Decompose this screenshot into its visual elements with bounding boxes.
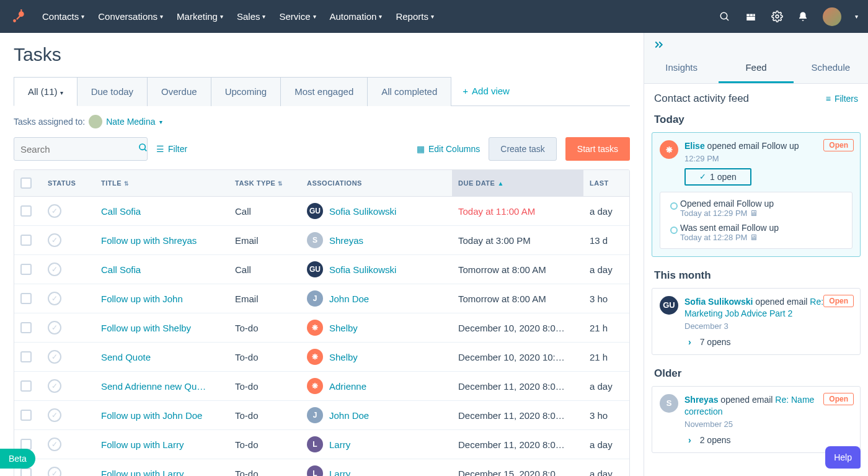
col-status[interactable]: STATUS bbox=[42, 170, 95, 197]
association[interactable]: JJohn Doe bbox=[307, 290, 446, 307]
add-view-button[interactable]: +Add view bbox=[451, 76, 521, 106]
task-type: To-do bbox=[229, 313, 301, 343]
task-title-link[interactable]: Follow up with John Doe bbox=[101, 410, 202, 421]
task-title-link[interactable]: Follow up with John bbox=[101, 294, 183, 304]
svg-line-5 bbox=[726, 18, 728, 20]
association[interactable]: JJohn Doe bbox=[307, 407, 446, 423]
status-toggle[interactable]: ✓ bbox=[48, 292, 61, 305]
panel-tab-insights[interactable]: Insights bbox=[644, 53, 719, 83]
status-toggle[interactable]: ✓ bbox=[48, 467, 61, 476]
contact-avatar: ❋ bbox=[307, 378, 323, 394]
row-checkbox[interactable] bbox=[20, 380, 32, 392]
user-avatar[interactable] bbox=[823, 7, 841, 26]
tab-upcoming[interactable]: Upcoming bbox=[211, 77, 281, 106]
assignee-link[interactable]: Nate Medina bbox=[106, 117, 155, 127]
col-due-date[interactable]: DUE DATE▲ bbox=[452, 170, 583, 197]
tab-all-completed[interactable]: All completed bbox=[368, 77, 451, 106]
open-badge[interactable]: Open bbox=[823, 295, 854, 307]
association[interactable]: LLarry bbox=[307, 465, 446, 476]
help-button[interactable]: Help bbox=[825, 446, 861, 469]
task-title-link[interactable]: Follow up with Larry bbox=[101, 439, 184, 450]
col-associations[interactable]: ASSOCIATIONS bbox=[301, 170, 452, 197]
task-title-link[interactable]: Send Adrienne new Qu… bbox=[101, 381, 206, 392]
chevron-down-icon[interactable]: ▾ bbox=[159, 119, 162, 125]
nav-item-conversations[interactable]: Conversations▾ bbox=[98, 11, 163, 22]
row-checkbox[interactable] bbox=[20, 264, 32, 275]
search-icon[interactable] bbox=[719, 11, 731, 23]
chevron-down-icon[interactable]: ▾ bbox=[855, 13, 858, 20]
nav-item-marketing[interactable]: Marketing▾ bbox=[177, 11, 223, 22]
status-toggle[interactable]: ✓ bbox=[48, 379, 61, 393]
row-checkbox[interactable] bbox=[20, 235, 32, 246]
association[interactable]: SShreyas bbox=[307, 232, 446, 248]
task-title-link[interactable]: Call Sofia bbox=[101, 264, 141, 275]
panel-tab-feed[interactable]: Feed bbox=[719, 53, 793, 83]
row-checkbox[interactable] bbox=[20, 322, 32, 333]
contact-avatar: ❋ bbox=[307, 320, 323, 336]
status-toggle[interactable]: ✓ bbox=[48, 408, 61, 422]
tab-most-engaged[interactable]: Most engaged bbox=[281, 77, 368, 106]
row-checkbox[interactable] bbox=[20, 205, 32, 217]
status-toggle[interactable]: ✓ bbox=[48, 204, 61, 218]
status-toggle[interactable]: ✓ bbox=[48, 321, 61, 335]
association[interactable]: ❋Shelby bbox=[307, 349, 446, 365]
task-title-link[interactable]: Follow up with Larry bbox=[101, 469, 184, 477]
row-checkbox[interactable] bbox=[20, 293, 32, 304]
chevron-down-icon: ▾ bbox=[431, 13, 434, 20]
association[interactable]: LLarry bbox=[307, 436, 446, 452]
create-task-button[interactable]: Create task bbox=[489, 137, 557, 161]
due-date: December 10, 2020 8:0… bbox=[452, 313, 583, 343]
nav-item-contacts[interactable]: Contacts▾ bbox=[42, 11, 84, 22]
col-last[interactable]: LAST bbox=[583, 170, 629, 197]
marketplace-icon[interactable] bbox=[745, 11, 757, 23]
section-older: Older bbox=[644, 364, 868, 386]
panel-tab-schedule[interactable]: Schedule bbox=[794, 53, 868, 83]
notifications-bell-icon[interactable] bbox=[797, 11, 809, 23]
columns-icon: ▦ bbox=[417, 144, 425, 154]
open-badge[interactable]: Open bbox=[823, 139, 854, 151]
status-toggle[interactable]: ✓ bbox=[48, 263, 61, 276]
association[interactable]: GUSofia Sulikowski bbox=[307, 261, 446, 277]
tab-overdue[interactable]: Overdue bbox=[148, 77, 211, 106]
tab-due-today[interactable]: Due today bbox=[78, 77, 148, 106]
hubspot-logo-icon[interactable] bbox=[10, 8, 27, 25]
nav-item-sales[interactable]: Sales▾ bbox=[237, 11, 266, 22]
tab-all-[interactable]: All (11) ▾ bbox=[14, 77, 78, 106]
status-toggle[interactable]: ✓ bbox=[48, 233, 61, 247]
row-checkbox[interactable] bbox=[20, 351, 32, 362]
association[interactable]: GUSofia Sulikowski bbox=[307, 203, 446, 219]
status-toggle[interactable]: ✓ bbox=[48, 438, 61, 451]
chevron-right-icon[interactable]: › bbox=[688, 337, 691, 347]
association[interactable]: ❋Shelby bbox=[307, 320, 446, 336]
nav-item-reports[interactable]: Reports▾ bbox=[396, 11, 434, 22]
row-checkbox[interactable] bbox=[20, 410, 32, 421]
select-all-checkbox[interactable] bbox=[20, 177, 32, 189]
start-tasks-button[interactable]: Start tasks bbox=[565, 137, 630, 161]
contact-avatar: GU bbox=[307, 203, 323, 219]
nav-item-automation[interactable]: Automation▾ bbox=[330, 11, 383, 22]
status-toggle[interactable]: ✓ bbox=[48, 350, 61, 364]
task-title-link[interactable]: Call Sofia bbox=[101, 206, 141, 217]
task-title-link[interactable]: Follow up with Shelby bbox=[101, 323, 191, 333]
chevron-right-icon[interactable]: › bbox=[688, 435, 691, 445]
col-task-type[interactable]: TASK TYPE⇅ bbox=[229, 170, 301, 197]
settings-gear-icon[interactable] bbox=[771, 11, 783, 23]
panel-filters-button[interactable]: ≡ Filters bbox=[826, 94, 858, 104]
svg-rect-6 bbox=[746, 14, 750, 16]
association[interactable]: ❋Adrienne bbox=[307, 378, 446, 394]
nav-item-service[interactable]: Service▾ bbox=[279, 11, 316, 22]
collapse-panel-icon[interactable] bbox=[644, 33, 868, 53]
open-count-box[interactable]: 1 open bbox=[684, 168, 751, 186]
beta-badge[interactable]: Beta bbox=[0, 449, 35, 469]
row-checkbox[interactable] bbox=[20, 468, 32, 476]
task-title-link[interactable]: Send Quote bbox=[101, 352, 151, 362]
task-title-link[interactable]: Follow up with Shreyas bbox=[101, 235, 197, 246]
filter-button[interactable]: ☰ Filter bbox=[156, 144, 187, 154]
search-input[interactable] bbox=[20, 144, 138, 155]
open-badge[interactable]: Open bbox=[823, 393, 854, 405]
assignee-avatar bbox=[89, 115, 102, 128]
chevron-down-icon: ▾ bbox=[220, 13, 223, 20]
search-icon[interactable] bbox=[138, 143, 148, 155]
col-title[interactable]: TITLE⇅ bbox=[95, 170, 229, 197]
edit-columns-button[interactable]: ▦ Edit Columns bbox=[417, 144, 480, 154]
